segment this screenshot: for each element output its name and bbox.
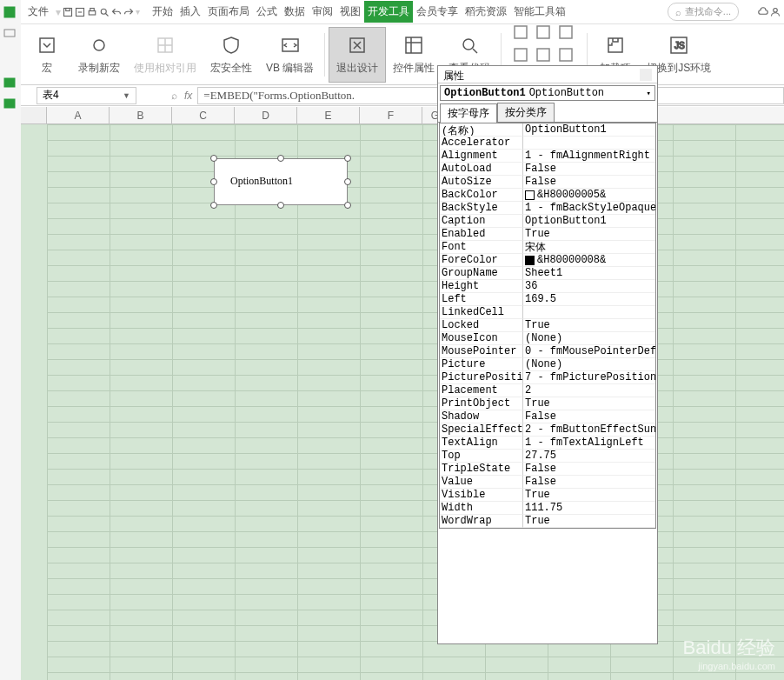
view-code-icon [457, 33, 482, 57]
menu-tab-6[interactable]: 视图 [336, 1, 364, 23]
name-box[interactable]: 表4 ▼ [37, 87, 136, 104]
ribbon-vb-editor[interactable]: VB 编辑器 [259, 27, 321, 83]
property-row[interactable]: CaptionOptionButton1 [440, 215, 655, 228]
resize-handle[interactable] [344, 202, 351, 209]
menu-tab-7[interactable]: 开发工具 [364, 1, 413, 23]
menu-tab-1[interactable]: 插入 [176, 1, 204, 23]
property-row[interactable]: BackStyle1 - fmBackStyleOpaque [440, 202, 655, 215]
close-icon[interactable] [640, 69, 652, 81]
resize-handle[interactable] [210, 178, 217, 185]
undo-icon[interactable] [111, 4, 122, 20]
sidebar-icon-1[interactable] [3, 5, 18, 21]
menu-tab-9[interactable]: 稻壳资源 [462, 1, 510, 23]
tab-alphabetic[interactable]: 按字母序 [440, 103, 497, 123]
property-row[interactable]: SpecialEffect2 - fmButtonEffectSunken [440, 423, 655, 437]
property-row[interactable]: MouseIcon(None) [440, 332, 655, 345]
option-button-label: OptionButton1 [230, 175, 293, 188]
sidebar-icon-2[interactable] [3, 26, 18, 42]
control-toolbox-icon[interactable] [512, 23, 529, 41]
property-row[interactable]: AutoLoadFalse [440, 163, 655, 176]
property-row[interactable]: PrintObjectTrue [440, 397, 655, 410]
svg-rect-20 [560, 26, 572, 38]
object-selector[interactable]: OptionButton1 OptionButton ▾ [440, 85, 655, 101]
exit-design-icon [345, 33, 369, 57]
property-row[interactable]: VisibleTrue [440, 489, 655, 502]
menu-tab-5[interactable]: 审阅 [309, 1, 336, 23]
property-row[interactable]: WordWrapTrue [440, 515, 655, 528]
property-row[interactable]: Picture(None) [440, 358, 655, 371]
menu-tab-8[interactable]: 会员专享 [413, 1, 462, 23]
ribbon-control-props[interactable]: 控件属性 [386, 27, 442, 83]
property-row[interactable]: ForeColor&H80000008& [440, 254, 655, 267]
property-row[interactable]: AutoSizeFalse [440, 176, 655, 189]
ribbon-record-macro[interactable]: 录制新宏 [71, 27, 127, 83]
property-row[interactable]: ValueFalse [440, 476, 655, 489]
col-header[interactable]: B [110, 107, 172, 123]
option-button-control[interactable]: OptionButton1 [214, 158, 348, 205]
property-row[interactable]: Height36 [440, 280, 655, 293]
property-row[interactable]: LockedTrue [440, 319, 655, 332]
resize-handle[interactable] [277, 202, 284, 209]
cloud-icon[interactable] [758, 4, 768, 20]
property-row[interactable]: MousePointer0 - fmMousePointerDefault [440, 345, 655, 358]
property-row[interactable]: LinkedCell [440, 306, 655, 319]
property-row[interactable]: Left169.5 [440, 293, 655, 306]
property-row[interactable]: Placement2 [440, 384, 655, 397]
search-command[interactable]: ⌕ 查找命令... [668, 3, 739, 21]
save-icon[interactable] [63, 4, 73, 20]
sidebar-icon-4[interactable] [3, 97, 18, 113]
control-toolbox-icon[interactable] [535, 23, 552, 41]
control-toolbox-icon[interactable] [557, 46, 575, 63]
cancel-formula-icon[interactable]: ⌕ [171, 90, 177, 102]
ribbon-macro-security[interactable]: 宏安全性 [203, 27, 259, 83]
property-row[interactable]: TripleStateFalse [440, 463, 655, 476]
menu-tab-4[interactable]: 数据 [281, 1, 309, 23]
resize-handle[interactable] [277, 155, 284, 162]
menu-tab-10[interactable]: 智能工具箱 [510, 1, 569, 23]
sidebar-icon-3[interactable] [3, 77, 18, 92]
grid-body[interactable]: OptionButton1 [21, 124, 784, 680]
property-row[interactable]: Top27.75 [440, 450, 655, 463]
select-all-corner[interactable] [21, 107, 47, 123]
property-row[interactable]: EnabledTrue [440, 228, 655, 241]
svg-rect-5 [66, 8, 70, 10]
fx-icon[interactable]: fx [184, 90, 192, 102]
menu-tab-2[interactable]: 页面布局 [204, 1, 253, 23]
menu-bar: 文件 ▾ ▾ 开始插入页面布局公式数据审阅视图开发工具会员专享稻壳资源智能工具箱… [0, 0, 784, 24]
ribbon-exit-design[interactable]: 退出设计 [329, 27, 386, 83]
col-header[interactable]: C [172, 107, 235, 123]
qa-icon-2[interactable] [75, 4, 85, 20]
menu-tab-3[interactable]: 公式 [253, 1, 281, 23]
resize-handle[interactable] [210, 155, 217, 162]
file-menu[interactable]: 文件 [23, 3, 54, 21]
property-row[interactable]: TextAlign1 - fmTextAlignLeft [440, 437, 655, 450]
property-row[interactable]: BackColor&H80000005& [440, 189, 655, 202]
property-row[interactable]: Accelerator [440, 137, 655, 150]
col-header[interactable]: E [297, 107, 360, 123]
resize-handle[interactable] [210, 202, 217, 209]
tab-categorized[interactable]: 按分类序 [497, 103, 555, 122]
properties-titlebar[interactable]: 属性 [438, 66, 657, 83]
svg-rect-11 [40, 38, 54, 52]
property-row[interactable]: Font宋体 [440, 241, 655, 254]
resize-handle[interactable] [344, 155, 351, 162]
control-toolbox-icon[interactable] [535, 46, 552, 63]
col-header[interactable]: F [360, 107, 422, 123]
col-header[interactable]: D [235, 107, 297, 123]
redo-icon[interactable] [123, 4, 134, 20]
control-toolbox-icon[interactable] [512, 46, 529, 63]
property-row[interactable]: PicturePosition7 - fmPicturePositionAbov [440, 371, 655, 384]
resize-handle[interactable] [344, 178, 351, 185]
property-row[interactable]: (名称)OptionButton1 [440, 123, 655, 137]
ribbon-macro[interactable]: 宏 [23, 27, 71, 83]
property-row[interactable]: GroupNameSheet1 [440, 267, 655, 280]
preview-icon[interactable] [99, 4, 110, 20]
property-row[interactable]: Width111.75 [440, 502, 655, 515]
menu-tab-0[interactable]: 开始 [149, 1, 176, 23]
user-icon[interactable] [770, 4, 781, 20]
control-toolbox-icon[interactable] [557, 23, 575, 41]
print-icon[interactable] [87, 4, 97, 20]
property-row[interactable]: Alignment1 - fmAlignmentRight [440, 150, 655, 163]
property-row[interactable]: ShadowFalse [440, 410, 655, 423]
col-header[interactable]: A [47, 107, 110, 123]
